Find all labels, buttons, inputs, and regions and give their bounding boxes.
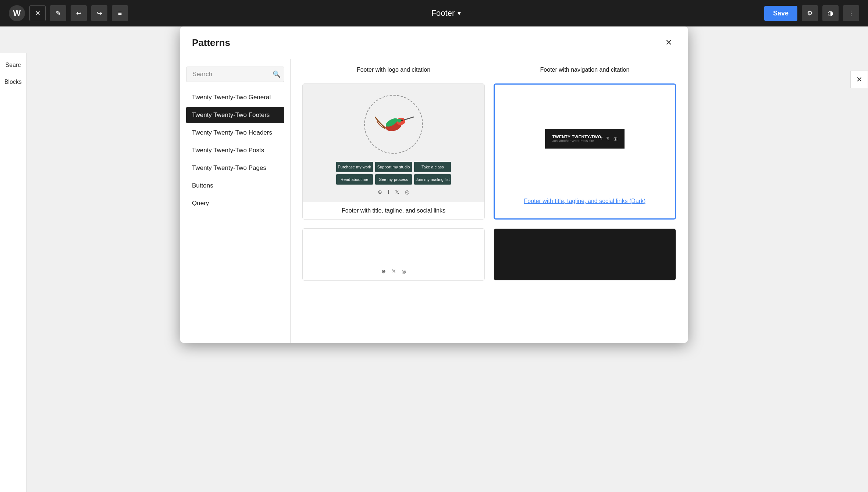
search-submit-button[interactable]: 🔍 (273, 70, 281, 78)
settings-button[interactable]: ⚙ (802, 5, 818, 21)
modal-close-button[interactable]: ✕ (661, 35, 676, 50)
left-panel: Searc Blocks (0, 53, 26, 492)
sidebar-item-footers[interactable]: Twenty Twenty-Two Footers (186, 107, 284, 123)
pattern-card-hummingbird[interactable]: Purchase my work Support my studio Take … (302, 83, 485, 220)
footer-buttons-grid: Purchase my work Support my studio Take … (336, 162, 451, 185)
modal-title: Patterns (192, 37, 230, 49)
footer-social-icons: ⊕ f 𝕏 ◎ (378, 189, 410, 195)
btn-support: Support my studio (375, 162, 412, 172)
instagram-icon: ◎ (405, 189, 409, 195)
pattern-card-bottom1[interactable]: ⊕ 𝕏 ◎ (302, 228, 485, 281)
top-label-2: Footer with navigation and citation (494, 67, 676, 76)
sidebar-item-general[interactable]: Twenty Twenty-Two General (186, 89, 284, 106)
tagline-label: Just another WordPress site (552, 139, 601, 143)
editor-right-close-button[interactable]: ✕ (850, 71, 868, 88)
blocks-label: Blocks (0, 76, 28, 88)
more-icon: ⋮ (848, 9, 854, 17)
wp-logo-icon[interactable]: W (9, 5, 25, 21)
btn-process: See my process (375, 174, 412, 185)
dark-footer-text: TWENTY TWENTY-TWO Just another WordPress… (552, 135, 601, 143)
pattern-preview-bottom1: ⊕ 𝕏 ◎ (303, 229, 484, 280)
btn-class: Take a class (414, 162, 451, 172)
hummingbird-circle-decoration (364, 95, 423, 154)
search-label: Searc (0, 59, 26, 71)
contrast-button[interactable]: ◑ (822, 5, 839, 21)
sidebar-item-query[interactable]: Query (186, 195, 284, 211)
pattern-card-dark[interactable]: TWENTY TWENTY-TWO Just another WordPress… (494, 83, 676, 220)
top-toolbar: W ✕ ✎ ↩ ↪ ≡ Footer ▾ Save ⚙ ◑ ⋮ (0, 0, 868, 26)
instagram-icon-b1: ◎ (402, 268, 406, 274)
sidebar-item-buttons[interactable]: Buttons (186, 178, 284, 194)
bottom-social-icons-1: ⊕ 𝕏 ◎ (381, 268, 406, 274)
sidebar-item-posts[interactable]: Twenty Twenty-Two Posts (186, 142, 284, 158)
save-button[interactable]: Save (764, 6, 797, 21)
dark-twitter-icon: 𝕏 (606, 136, 610, 141)
gear-icon: ⚙ (807, 9, 813, 17)
patterns-content: Footer with logo and citation Footer wit… (291, 59, 688, 343)
site-name-label: TWENTY TWENTY-TWO (552, 135, 601, 139)
toolbar-center: Footer ▾ (132, 8, 760, 18)
btn-mailing: Join my mailing list (414, 174, 451, 185)
twitter-icon-b1: 𝕏 (392, 268, 396, 274)
search-input[interactable] (186, 67, 284, 82)
top-labels-row: Footer with logo and citation Footer wit… (302, 59, 676, 76)
list-view-button[interactable]: ≡ (112, 5, 128, 21)
editor-title: Footer ▾ (431, 8, 461, 18)
patterns-grid: Purchase my work Support my studio Take … (302, 76, 676, 281)
facebook-icon: f (388, 189, 389, 195)
close-editor-button[interactable]: ✕ (29, 5, 46, 21)
modal-body: 🔍 Twenty Twenty-Two General Twenty Twent… (180, 59, 688, 343)
pencil-tool-button[interactable]: ✎ (50, 5, 66, 21)
wp-social-icon: ⊕ (378, 189, 382, 195)
undo-button[interactable]: ↩ (71, 5, 87, 21)
dark-instagram-icon: ◎ (613, 136, 617, 141)
twitter-icon: 𝕏 (395, 189, 399, 195)
search-icon: 🔍 (273, 71, 281, 78)
pattern-label-dark: Footer with title, tagline, and social l… (495, 193, 675, 210)
pattern-label-hummingbird: Footer with title, tagline, and social l… (303, 202, 484, 219)
dark-facebook-icon: f (601, 136, 602, 141)
patterns-sidebar: 🔍 Twenty Twenty-Two General Twenty Twent… (180, 59, 291, 343)
chevron-down-icon: ▾ (458, 9, 461, 17)
search-container: 🔍 (186, 67, 284, 82)
sidebar-item-pages[interactable]: Twenty Twenty-Two Pages (186, 160, 284, 176)
contrast-icon: ◑ (828, 9, 833, 17)
top-label-1: Footer with logo and citation (302, 67, 485, 76)
pattern-preview-bottom2 (494, 229, 676, 280)
sidebar-item-headers[interactable]: Twenty Twenty-Two Headers (186, 125, 284, 141)
toolbar-right: Save ⚙ ◑ ⋮ (764, 5, 859, 21)
modal-header: Patterns ✕ (180, 26, 688, 59)
btn-about: Read about me (336, 174, 373, 185)
patterns-modal: Patterns ✕ 🔍 Twenty Twenty-Two General T… (180, 26, 688, 343)
pattern-preview-dark: TWENTY TWENTY-TWO Just another WordPress… (495, 85, 675, 193)
pattern-card-bottom2[interactable] (494, 228, 676, 281)
dark-footer-bar: TWENTY TWENTY-TWO Just another WordPress… (545, 129, 625, 149)
dark-social-icons: f 𝕏 ◎ (601, 136, 617, 141)
btn-purchase: Purchase my work (336, 162, 373, 172)
pattern-preview-hummingbird: Purchase my work Support my studio Take … (303, 84, 484, 202)
wp-icon-b1: ⊕ (381, 268, 386, 274)
hummingbird-image-area (371, 91, 416, 157)
redo-button[interactable]: ↪ (91, 5, 107, 21)
more-options-button[interactable]: ⋮ (843, 5, 859, 21)
